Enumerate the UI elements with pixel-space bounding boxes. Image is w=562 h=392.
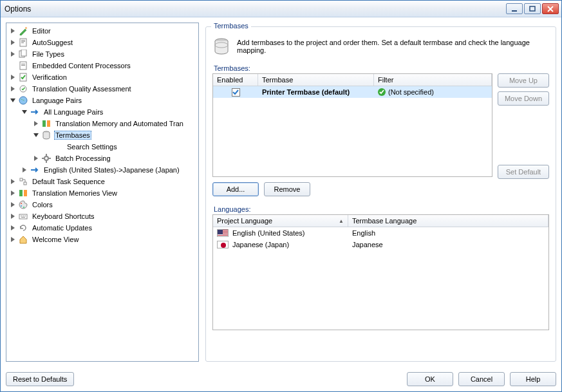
tree-autosuggest[interactable]: AutoSuggest [6,37,198,48]
collapse-icon[interactable] [21,108,28,116]
tree-search-settings[interactable]: Search Settings [6,141,198,153]
tqa-icon [18,84,28,94]
termbase-name: Printer Termbase (default) [262,88,350,96]
col-filter[interactable]: Filter [374,74,492,86]
collapse-icon[interactable] [9,97,17,104]
tree-all-language-pairs[interactable]: All Language Pairs [6,106,198,118]
options-dialog: Options Editor AutoSuggest File Types Em… [0,0,562,392]
svg-rect-11 [21,65,25,66]
language-row[interactable]: Japanese (Japan) Japanese [213,239,548,250]
col-termbase-language[interactable]: Termbase Language [348,215,548,227]
expand-icon[interactable] [9,27,17,35]
svg-rect-16 [47,120,50,127]
arrow-icon [30,107,40,117]
tree-tm-view[interactable]: Translation Memories View [6,187,198,199]
expand-icon[interactable] [9,85,17,93]
move-down-button[interactable]: Move Down [498,91,549,106]
tm-view-icon [18,188,28,198]
tree-batch[interactable]: Batch Processing [6,153,198,164]
cancel-button[interactable]: Cancel [458,372,505,386]
svg-rect-30 [19,214,27,219]
sequence-icon [18,176,28,187]
file-types-icon [18,49,28,59]
options-tree[interactable]: Editor AutoSuggest File Types Embedded C… [6,23,199,362]
sort-asc-icon: ▲ [339,218,344,224]
svg-rect-10 [21,64,25,64]
move-up-button[interactable]: Move Up [498,73,549,88]
expand-icon[interactable] [9,212,17,220]
expand-icon[interactable] [9,224,17,232]
tm-icon [41,118,52,129]
set-default-button[interactable]: Set Default [498,165,549,179]
languages-label: Languages: [214,205,549,213]
expand-icon[interactable] [32,154,40,162]
keyboard-icon [18,211,28,221]
tree-editor[interactable]: Editor [6,25,198,37]
termbases-label: Termbases: [214,64,549,72]
expand-icon[interactable] [9,189,17,197]
col-project-language[interactable]: Project Language▲ [213,215,348,227]
minimize-button[interactable] [506,3,523,14]
panel-description: Add termbases to the project and order t… [237,39,549,54]
termbase-lang: English [348,229,548,238]
svg-rect-34 [21,217,25,218]
tree-welcome-view[interactable]: Welcome View [6,234,198,245]
termbase-row[interactable]: Printer Termbase (default) (Not specifie… [213,86,492,98]
titlebar[interactable]: Options [1,1,561,17]
termbases-panel: Termbases Add termbases to the project a… [205,26,556,362]
dialog-footer: Reset to Defaults OK Cancel Help [1,367,561,391]
language-row[interactable]: English (United States) English [213,227,548,239]
svg-point-18 [44,156,48,160]
tree-en-ja[interactable]: English (United States)->Japanese (Japan… [6,164,198,176]
globe-icon [18,95,28,106]
col-enabled[interactable]: Enabled [213,74,258,86]
expand-icon[interactable] [32,120,40,127]
close-button[interactable] [542,3,559,14]
help-button[interactable]: Help [510,372,556,386]
expand-icon[interactable] [9,50,17,58]
reset-button[interactable]: Reset to Defaults [6,372,74,386]
remove-button[interactable]: Remove [264,182,310,196]
embedded-icon [18,61,28,71]
tree-tm-auto[interactable]: Translation Memory and Automated Tran [6,118,198,129]
svg-point-27 [21,203,22,204]
termbase-big-icon [212,37,230,55]
ok-button[interactable]: OK [407,372,453,386]
add-button[interactable]: Add... [212,182,259,196]
expand-icon[interactable] [9,178,17,185]
tree-termbases[interactable]: Termbases [6,129,198,141]
svg-point-29 [23,207,24,208]
tree-tqa[interactable]: Translation Quality Assessment [6,83,198,95]
tree-language-pairs[interactable]: Language Pairs [6,95,198,106]
svg-rect-2 [25,27,27,29]
tree-embedded[interactable]: Embedded Content Processors [6,60,198,71]
termbases-table: Enabled Termbase Filter Printer Termbase… [212,73,492,177]
col-termbase[interactable]: Termbase [258,74,374,86]
expand-icon[interactable] [9,201,17,209]
tree-file-types[interactable]: File Types [6,48,198,60]
expand-icon[interactable] [9,73,17,81]
refresh-icon [18,223,28,233]
tree-keyboard-shortcuts[interactable]: Keyboard Shortcuts [6,210,198,222]
maximize-button[interactable] [524,3,541,14]
verification-icon [18,72,28,82]
check-icon [378,88,386,96]
collapse-icon[interactable] [32,131,40,139]
expand-icon[interactable] [9,236,17,243]
svg-rect-32 [23,216,24,216]
tree-automatic-updates[interactable]: Automatic Updates [6,222,198,234]
expand-icon[interactable] [21,166,28,174]
termbase-lang: Japanese [348,240,548,249]
svg-rect-31 [21,216,22,216]
svg-point-28 [21,205,22,207]
tree-default-task-sequence[interactable]: Default Task Sequence [6,176,198,187]
panel-title: Termbases [211,22,251,30]
tree-verification[interactable]: Verification [6,71,198,83]
filter-value: (Not specified) [388,88,434,96]
languages-table: Project Language▲ Termbase Language Engl… [212,214,549,330]
project-lang: Japanese (Japan) [232,241,289,248]
enabled-checkbox[interactable] [232,88,240,97]
home-icon [18,234,28,245]
tree-colors[interactable]: Colors [6,199,198,210]
expand-icon[interactable] [9,39,17,46]
